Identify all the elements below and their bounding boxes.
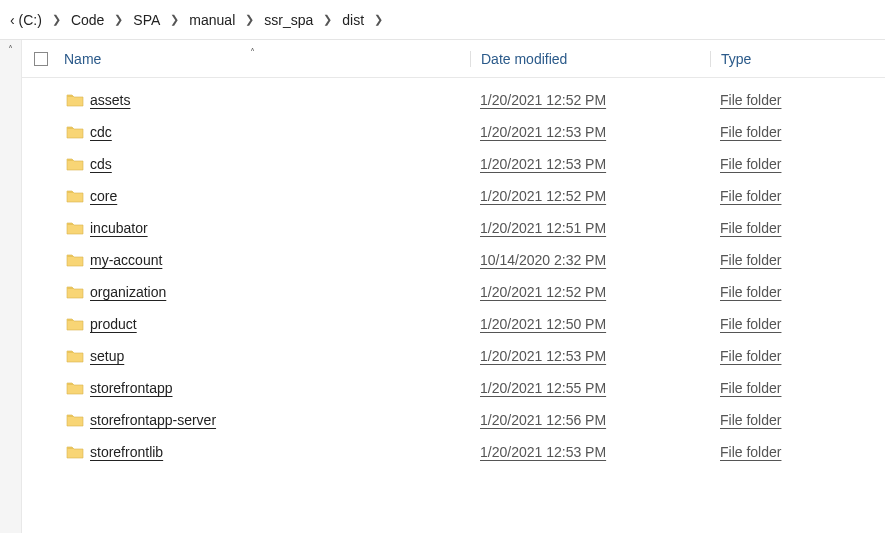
file-name[interactable]: storefrontapp <box>90 380 470 396</box>
file-type: File folder <box>710 124 885 140</box>
file-type: File folder <box>710 220 885 236</box>
scrollbar-vertical[interactable]: ˄ <box>0 40 22 533</box>
breadcrumb-item[interactable]: ‹ (C:) <box>6 10 46 30</box>
file-date-modified: 1/20/2021 12:53 PM <box>470 348 710 364</box>
file-name[interactable]: cds <box>90 156 470 172</box>
file-name[interactable]: storefrontlib <box>90 444 470 460</box>
file-type: File folder <box>710 348 885 364</box>
file-name[interactable]: assets <box>90 92 470 108</box>
file-date-modified: 1/20/2021 12:53 PM <box>470 156 710 172</box>
file-name[interactable]: core <box>90 188 470 204</box>
file-type: File folder <box>710 188 885 204</box>
breadcrumb-item[interactable]: ssr_spa <box>260 10 317 30</box>
column-header-label: Date modified <box>481 51 567 67</box>
chevron-right-icon: ❯ <box>321 13 334 26</box>
file-type: File folder <box>710 316 885 332</box>
file-name[interactable]: product <box>90 316 470 332</box>
folder-icon <box>60 157 90 171</box>
table-row[interactable]: product1/20/2021 12:50 PMFile folder <box>22 308 885 340</box>
file-date-modified: 1/20/2021 12:56 PM <box>470 412 710 428</box>
chevron-right-icon: ❯ <box>372 13 385 26</box>
file-name[interactable]: setup <box>90 348 470 364</box>
breadcrumb-item[interactable]: manual <box>185 10 239 30</box>
chevron-right-icon: ❯ <box>50 13 63 26</box>
chevron-right-icon: ❯ <box>168 13 181 26</box>
column-header-date[interactable]: Date modified <box>470 51 710 67</box>
table-row[interactable]: cdc1/20/2021 12:53 PMFile folder <box>22 116 885 148</box>
breadcrumb[interactable]: ‹ (C:) ❯ Code ❯ SPA ❯ manual ❯ ssr_spa ❯… <box>0 0 885 40</box>
file-list: Name ˄ Date modified Type assets1/20/202… <box>22 40 885 533</box>
column-header-label: Type <box>721 51 751 67</box>
table-row[interactable]: setup1/20/2021 12:53 PMFile folder <box>22 340 885 372</box>
table-row[interactable]: core1/20/2021 12:52 PMFile folder <box>22 180 885 212</box>
file-date-modified: 1/20/2021 12:52 PM <box>470 188 710 204</box>
file-name[interactable]: incubator <box>90 220 470 236</box>
file-name[interactable]: my-account <box>90 252 470 268</box>
file-name[interactable]: cdc <box>90 124 470 140</box>
folder-icon <box>60 445 90 459</box>
file-type: File folder <box>710 444 885 460</box>
file-type: File folder <box>710 380 885 396</box>
folder-icon <box>60 189 90 203</box>
select-all-checkbox[interactable] <box>34 52 48 66</box>
file-date-modified: 10/14/2020 2:32 PM <box>470 252 710 268</box>
folder-icon <box>60 317 90 331</box>
column-header-label: Name <box>64 51 101 67</box>
folder-icon <box>60 381 90 395</box>
file-type: File folder <box>710 156 885 172</box>
sort-indicator-icon: ˄ <box>250 47 255 58</box>
folder-icon <box>60 253 90 267</box>
folder-icon <box>60 221 90 235</box>
table-row[interactable]: assets1/20/2021 12:52 PMFile folder <box>22 84 885 116</box>
file-date-modified: 1/20/2021 12:53 PM <box>470 124 710 140</box>
table-row[interactable]: organization1/20/2021 12:52 PMFile folde… <box>22 276 885 308</box>
file-name[interactable]: storefrontapp-server <box>90 412 470 428</box>
folder-icon <box>60 349 90 363</box>
breadcrumb-item[interactable]: dist <box>338 10 368 30</box>
table-row[interactable]: storefrontapp-server1/20/2021 12:56 PMFi… <box>22 404 885 436</box>
folder-icon <box>60 285 90 299</box>
breadcrumb-item[interactable]: Code <box>67 10 108 30</box>
file-date-modified: 1/20/2021 12:51 PM <box>470 220 710 236</box>
file-name[interactable]: organization <box>90 284 470 300</box>
table-row[interactable]: storefrontlib1/20/2021 12:53 PMFile fold… <box>22 436 885 468</box>
file-type: File folder <box>710 92 885 108</box>
file-date-modified: 1/20/2021 12:52 PM <box>470 284 710 300</box>
file-date-modified: 1/20/2021 12:52 PM <box>470 92 710 108</box>
file-date-modified: 1/20/2021 12:55 PM <box>470 380 710 396</box>
file-type: File folder <box>710 252 885 268</box>
file-date-modified: 1/20/2021 12:50 PM <box>470 316 710 332</box>
file-type: File folder <box>710 412 885 428</box>
folder-icon <box>60 413 90 427</box>
file-date-modified: 1/20/2021 12:53 PM <box>470 444 710 460</box>
table-row[interactable]: my-account10/14/2020 2:32 PMFile folder <box>22 244 885 276</box>
chevron-right-icon: ❯ <box>112 13 125 26</box>
table-row[interactable]: storefrontapp1/20/2021 12:55 PMFile fold… <box>22 372 885 404</box>
table-row[interactable]: cds1/20/2021 12:53 PMFile folder <box>22 148 885 180</box>
folder-icon <box>60 125 90 139</box>
column-header-type[interactable]: Type <box>710 51 885 67</box>
breadcrumb-item[interactable]: SPA <box>129 10 164 30</box>
folder-icon <box>60 93 90 107</box>
column-headers: Name ˄ Date modified Type <box>22 40 885 78</box>
scroll-up-icon[interactable]: ˄ <box>0 44 21 55</box>
table-row[interactable]: incubator1/20/2021 12:51 PMFile folder <box>22 212 885 244</box>
column-header-name[interactable]: Name ˄ <box>60 51 470 67</box>
chevron-right-icon: ❯ <box>243 13 256 26</box>
file-type: File folder <box>710 284 885 300</box>
